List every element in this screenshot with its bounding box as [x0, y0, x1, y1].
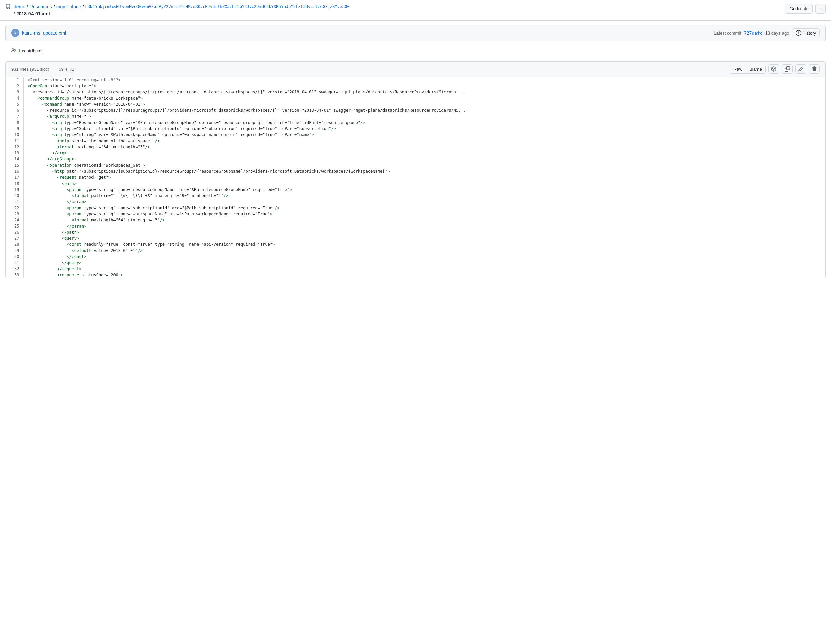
line-number: 21 [6, 199, 23, 205]
breadcrumb-actions: Go to file ... [785, 4, 826, 14]
line-number: 18 [6, 180, 23, 186]
commit-hash[interactable]: 727defc [744, 30, 763, 35]
table-row: 33 <response statusCode="200"> [6, 272, 825, 278]
copy-icon [785, 66, 790, 72]
line-code: <request method="get"> [23, 174, 825, 180]
line-code: <commandGroup name="data-bricks workspac… [23, 95, 825, 101]
table-row: 5 <command name="show" version="2018-04-… [6, 101, 825, 107]
line-number: 24 [6, 217, 23, 223]
contributor-count[interactable]: 1 [18, 48, 21, 54]
line-number: 6 [6, 107, 23, 113]
history-icon [796, 30, 801, 35]
table-row: 21 </param> [6, 199, 825, 205]
line-code: <resource id="/subscriptions/{}/resource… [23, 107, 825, 113]
table-row: 28 <const readOnly="True" const="True" t… [6, 242, 825, 248]
table-row: 10 <arg type="string" var="$Path.workspa… [6, 132, 825, 138]
commit-message[interactable]: update xml [43, 30, 66, 35]
delete-button[interactable] [809, 64, 820, 74]
breadcrumb-demo[interactable]: demo [14, 4, 25, 10]
table-row: 19 <param type="string" name="resourceGr… [6, 186, 825, 192]
line-code: <query> [23, 235, 825, 242]
edit-button[interactable] [796, 64, 806, 74]
line-number: 2 [6, 83, 23, 89]
line-number: 7 [6, 113, 23, 119]
breadcrumb-left: demo / Resources / mgmt-plane / L3N1YnNj… [5, 4, 782, 16]
table-row: 3 <resource id="/subscriptions/{}/resour… [6, 89, 825, 95]
table-row: 30 </const> [6, 254, 825, 260]
line-code: <arg type="string" var="$Path.workspaceN… [23, 132, 825, 138]
line-number: 20 [6, 192, 23, 199]
line-number: 13 [6, 150, 23, 156]
breadcrumb-bar: demo / Resources / mgmt-plane / L3N1YnNj… [0, 0, 831, 21]
line-code: <response statusCode="200"> [23, 272, 825, 278]
line-code: <param type="string" name="subscriptionI… [23, 205, 825, 211]
line-number: 10 [6, 132, 23, 138]
code-container: 1<?xml version='1.0' encoding='utf-8'?>2… [6, 77, 825, 278]
table-row: 11 <help short="The name of the workspac… [6, 138, 825, 144]
line-number: 31 [6, 260, 23, 266]
history-label: History [802, 30, 816, 35]
table-row: 20 <format pattern="^[-\w\._\(\)]+$" max… [6, 192, 825, 199]
filename-sep: / [14, 11, 15, 16]
file-view: 931 lines (931 sloc) | 59.4 KB Raw Blame [5, 61, 826, 278]
line-number: 33 [6, 272, 23, 278]
line-code: <format maxLength="64" minLength="3"/> [23, 144, 825, 150]
table-row: 12 <format maxLength="64" minLength="3"/… [6, 144, 825, 150]
file-lines: 931 lines (931 sloc) [11, 67, 49, 72]
commit-author[interactable]: kairu-ms [22, 30, 40, 35]
line-number: 15 [6, 162, 23, 168]
table-row: 4 <commandGroup name="data-bricks worksp… [6, 95, 825, 101]
breadcrumb-resources[interactable]: Resources [29, 4, 52, 10]
line-number: 9 [6, 126, 23, 132]
more-options-button[interactable]: ... [815, 4, 826, 14]
line-number: 26 [6, 229, 23, 235]
line-number: 17 [6, 174, 23, 180]
breadcrumb-hash[interactable]: L3N1YnNjcmlwdGlvbnMve30vcmVzb3VyY2Vncm91… [85, 5, 350, 9]
table-row: 25 </param> [6, 223, 825, 229]
code-table: 1<?xml version='1.0' encoding='utf-8'?>2… [6, 77, 825, 278]
filename-row: / 2018-04-01.xml [14, 11, 50, 16]
history-button[interactable]: History [792, 29, 820, 37]
repo-icon [5, 4, 11, 10]
line-number: 3 [6, 89, 23, 95]
contributors-icon [11, 48, 16, 54]
breadcrumb-top-row: demo / Resources / mgmt-plane / L3N1YnNj… [14, 4, 350, 10]
breadcrumb-mgmt-plane[interactable]: mgmt-plane [56, 4, 81, 10]
line-code: <help short="The name of the workspace."… [23, 138, 825, 144]
table-row: 31 </query> [6, 260, 825, 266]
table-row: 2<CodeGen plane="mgmt-plane"> [6, 83, 825, 89]
commit-left: k kairu-ms update xml [11, 29, 66, 37]
table-row: 32 </request> [6, 266, 825, 272]
line-number: 32 [6, 266, 23, 272]
file-size: 59.4 KB [59, 67, 74, 72]
table-row: 1<?xml version='1.0' encoding='utf-8'?> [6, 77, 825, 83]
commit-bar: k kairu-ms update xml Latest commit 727d… [5, 25, 826, 41]
line-code: <http path="/subscriptions/{subscription… [23, 168, 825, 174]
line-number: 16 [6, 168, 23, 174]
line-number: 5 [6, 101, 23, 107]
blame-button[interactable]: Blame [746, 65, 765, 73]
table-row: 15 <operation operationId="Workspaces_Ge… [6, 162, 825, 168]
file-header: 931 lines (931 sloc) | 59.4 KB Raw Blame [6, 62, 825, 77]
table-row: 26 </path> [6, 229, 825, 235]
line-code: <?xml version='1.0' encoding='utf-8'?> [23, 77, 825, 83]
line-number: 25 [6, 223, 23, 229]
table-row: 29 <default value="2018-04-01"/> [6, 248, 825, 254]
table-row: 27 <query> [6, 235, 825, 242]
line-code: <arg type="SubscriptionId" var="$Path.su… [23, 126, 825, 132]
line-number: 29 [6, 248, 23, 254]
copy-button[interactable] [782, 64, 793, 74]
line-code: <command name="show" version="2018-04-01… [23, 101, 825, 107]
line-code: <const readOnly="True" const="True" type… [23, 242, 825, 248]
line-number: 27 [6, 235, 23, 242]
line-number: 28 [6, 242, 23, 248]
line-code: <resource id="/subscriptions/{}/resource… [23, 89, 825, 95]
line-code: <format pattern="^[-\w\._\(\)]+$" maxLen… [23, 192, 825, 199]
line-code: <arg type="ResourceGroupName" var="$Path… [23, 119, 825, 126]
file-separator: | [54, 67, 54, 72]
commit-time: 13 days ago [765, 30, 789, 35]
display-mode-button[interactable] [768, 64, 779, 74]
go-to-file-button[interactable]: Go to file [785, 4, 813, 14]
raw-button[interactable]: Raw [730, 65, 746, 73]
line-code: </param> [23, 199, 825, 205]
